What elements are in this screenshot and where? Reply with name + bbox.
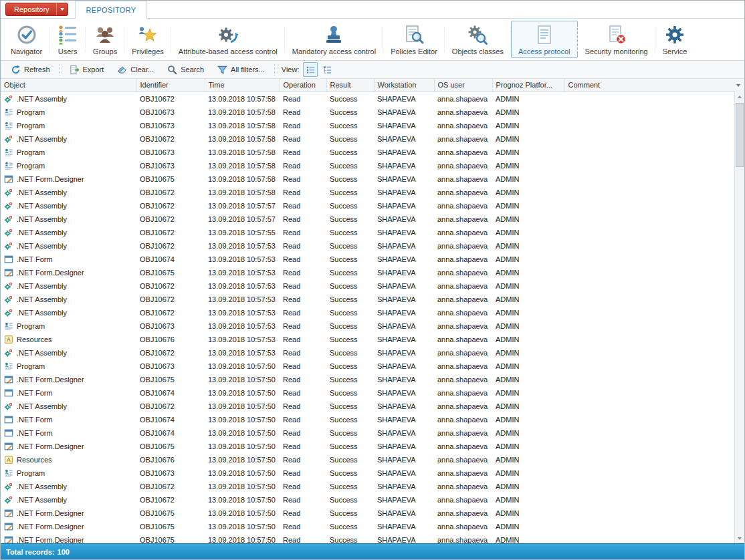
scrollbar-thumb[interactable] bbox=[736, 103, 744, 167]
search-button[interactable]: Search bbox=[161, 62, 211, 77]
column-header-os-user[interactable]: OS user bbox=[434, 79, 492, 92]
operation-cell: Read bbox=[280, 119, 326, 132]
net-form-designer-icon bbox=[4, 174, 13, 184]
scroll-up-button[interactable] bbox=[735, 92, 744, 102]
column-header-comment[interactable]: Comment bbox=[564, 79, 744, 92]
table-row[interactable]: .NET AssemblyOBJ1067213.09.2018 10:57:57… bbox=[1, 199, 744, 213]
table-row[interactable]: .NET AssemblyOBJ1067213.09.2018 10:57:55… bbox=[1, 226, 744, 239]
column-header-object[interactable]: Object bbox=[1, 79, 136, 92]
table-row[interactable]: .NET Form.DesignerOBJ1067513.09.2018 10:… bbox=[1, 507, 744, 520]
table-row[interactable]: .NET AssemblyOBJ1067213.09.2018 10:57:58… bbox=[1, 186, 744, 199]
table-row[interactable]: ProgramOBJ1067313.09.2018 10:57:53ReadSu… bbox=[1, 319, 744, 333]
os-user-cell: anna.shapaeva bbox=[434, 146, 492, 159]
scroll-down-button[interactable] bbox=[735, 533, 744, 543]
vertical-scrollbar[interactable] bbox=[734, 92, 744, 543]
view-list-button[interactable] bbox=[303, 62, 318, 77]
program-icon bbox=[4, 362, 13, 371]
table-row[interactable]: .NET Form.DesignerOBJ1067513.09.2018 10:… bbox=[1, 440, 744, 453]
identifier-cell: OBJ10675 bbox=[136, 507, 205, 520]
ribbon-item-security-monitoring[interactable]: Security monitoring bbox=[578, 21, 655, 58]
ribbon-item-groups[interactable]: Groups bbox=[86, 21, 124, 58]
clear-button[interactable]: Clear... bbox=[110, 62, 161, 77]
attribute-access-icon bbox=[217, 24, 239, 45]
workstation-cell: SHAPAEVA bbox=[374, 400, 434, 413]
table-row[interactable]: .NET AssemblyOBJ1067213.09.2018 10:57:53… bbox=[1, 306, 744, 319]
ribbon-item-attribute-based-access-control[interactable]: Attribute-based access control bbox=[171, 21, 285, 58]
ribbon-item-service[interactable]: Service bbox=[655, 21, 695, 58]
ribbon-item-mandatory-access-control[interactable]: Mandatory access control bbox=[285, 21, 383, 58]
table-row[interactable]: .NET Form.DesignerOBJ1067513.09.2018 10:… bbox=[1, 172, 744, 186]
policies-editor-icon bbox=[403, 24, 425, 45]
export-button[interactable]: Export bbox=[63, 62, 111, 77]
workstation-cell: SHAPAEVA bbox=[374, 346, 434, 360]
ribbon-item-label: Mandatory access control bbox=[292, 47, 376, 55]
ribbon-item-users[interactable]: Users bbox=[49, 21, 86, 58]
table-row[interactable]: .NET Form.DesignerOBJ1067513.09.2018 10:… bbox=[1, 533, 744, 544]
column-chooser-button[interactable] bbox=[734, 81, 742, 90]
view-tree-button[interactable] bbox=[320, 62, 334, 77]
table-row[interactable]: .NET Form.DesignerOBJ1067513.09.2018 10:… bbox=[1, 520, 744, 533]
filters-icon bbox=[217, 65, 227, 75]
identifier-cell: OBJ10676 bbox=[136, 333, 205, 346]
table-row[interactable]: .NET FormOBJ1067413.09.2018 10:57:50Read… bbox=[1, 386, 744, 400]
table-row[interactable]: .NET Form.DesignerOBJ1067513.09.2018 10:… bbox=[1, 266, 744, 279]
refresh-button[interactable]: Refresh bbox=[4, 62, 57, 77]
table-row[interactable]: ProgramOBJ1067313.09.2018 10:57:58ReadSu… bbox=[1, 119, 744, 132]
identifier-cell: OBJ10673 bbox=[136, 466, 205, 480]
result-cell: Success bbox=[326, 373, 374, 386]
table-row[interactable]: .NET Form.DesignerOBJ1067513.09.2018 10:… bbox=[1, 373, 744, 386]
platform-user-cell: ADMIN bbox=[492, 186, 564, 199]
table-row[interactable]: .NET AssemblyOBJ1067213.09.2018 10:57:53… bbox=[1, 346, 744, 360]
tab-repository[interactable]: REPOSITORY bbox=[75, 1, 148, 19]
result-cell: Success bbox=[326, 520, 374, 533]
column-header-time[interactable]: Time bbox=[205, 79, 280, 92]
all-filters-button[interactable]: All filters... bbox=[211, 62, 272, 77]
column-header-prognoz-platfor[interactable]: Prognoz Platfor... bbox=[492, 79, 564, 92]
os-user-cell: anna.shapaeva bbox=[434, 533, 492, 544]
operation-cell: Read bbox=[280, 493, 326, 507]
net-assembly-icon bbox=[4, 241, 13, 251]
toolbar-button-label: Refresh bbox=[24, 65, 50, 74]
table-row[interactable]: ProgramOBJ1067313.09.2018 10:57:50ReadSu… bbox=[1, 360, 744, 373]
net-assembly-icon bbox=[4, 348, 13, 358]
table-row[interactable]: .NET AssemblyOBJ1067213.09.2018 10:57:53… bbox=[1, 239, 744, 253]
table-row[interactable]: .NET FormOBJ1067413.09.2018 10:57:50Read… bbox=[1, 426, 744, 440]
operation-cell: Read bbox=[280, 146, 326, 159]
table-row[interactable]: .NET AssemblyOBJ1067213.09.2018 10:57:50… bbox=[1, 400, 744, 413]
column-header-result[interactable]: Result bbox=[326, 79, 374, 92]
table-row[interactable]: .NET AssemblyOBJ1067213.09.2018 10:57:58… bbox=[1, 132, 744, 146]
table-row[interactable]: .NET AssemblyOBJ1067213.09.2018 10:57:50… bbox=[1, 493, 744, 507]
object-cell: .NET Assembly bbox=[1, 132, 136, 146]
table-row[interactable]: .NET FormOBJ1067413.09.2018 10:57:53Read… bbox=[1, 253, 744, 266]
net-assembly-icon bbox=[4, 94, 13, 104]
identifier-cell: OBJ10675 bbox=[136, 440, 205, 453]
identifier-cell: OBJ10675 bbox=[136, 533, 205, 544]
table-row[interactable]: ProgramOBJ1067313.09.2018 10:57:50ReadSu… bbox=[1, 466, 744, 480]
ribbon-item-access-protocol[interactable]: Access protocol bbox=[511, 21, 578, 58]
net-form-icon bbox=[4, 415, 13, 424]
ribbon-item-label: Policies Editor bbox=[391, 47, 437, 55]
column-header-operation[interactable]: Operation bbox=[280, 79, 326, 92]
column-header-identifier[interactable]: Identifier bbox=[136, 79, 205, 92]
result-cell: Success bbox=[326, 92, 374, 106]
operation-cell: Read bbox=[280, 306, 326, 319]
ribbon-item-navigator[interactable]: Navigator bbox=[3, 21, 49, 58]
table-row[interactable]: .NET AssemblyOBJ1067213.09.2018 10:57:50… bbox=[1, 480, 744, 493]
repository-menu-button[interactable]: Repository bbox=[5, 3, 68, 16]
table-row[interactable]: AResourcesOBJ1067613.09.2018 10:57:53Rea… bbox=[1, 333, 744, 346]
table-row[interactable]: .NET AssemblyOBJ1067213.09.2018 10:57:58… bbox=[1, 92, 744, 106]
table-row[interactable]: .NET AssemblyOBJ1067213.09.2018 10:57:53… bbox=[1, 293, 744, 306]
table-row[interactable]: .NET AssemblyOBJ1067213.09.2018 10:57:53… bbox=[1, 279, 744, 293]
ribbon-item-privileges[interactable]: Privileges bbox=[124, 21, 171, 58]
table-row[interactable]: ProgramOBJ1067313.09.2018 10:57:58ReadSu… bbox=[1, 159, 744, 172]
table-row[interactable]: AResourcesOBJ1067613.09.2018 10:57:50Rea… bbox=[1, 453, 744, 466]
platform-user-cell: ADMIN bbox=[492, 172, 564, 186]
column-header-workstation[interactable]: Workstation bbox=[374, 79, 434, 92]
table-row[interactable]: .NET FormOBJ1067413.09.2018 10:57:50Read… bbox=[1, 413, 744, 426]
object-cell: Program bbox=[1, 106, 136, 119]
ribbon-item-objects-classes[interactable]: Objects classes bbox=[445, 21, 511, 58]
table-row[interactable]: ProgramOBJ1067313.09.2018 10:57:58ReadSu… bbox=[1, 146, 744, 159]
ribbon-item-policies-editor[interactable]: Policies Editor bbox=[383, 21, 445, 58]
table-row[interactable]: .NET AssemblyOBJ1067213.09.2018 10:57:57… bbox=[1, 213, 744, 226]
table-row[interactable]: ProgramOBJ1067313.09.2018 10:57:58ReadSu… bbox=[1, 106, 744, 119]
